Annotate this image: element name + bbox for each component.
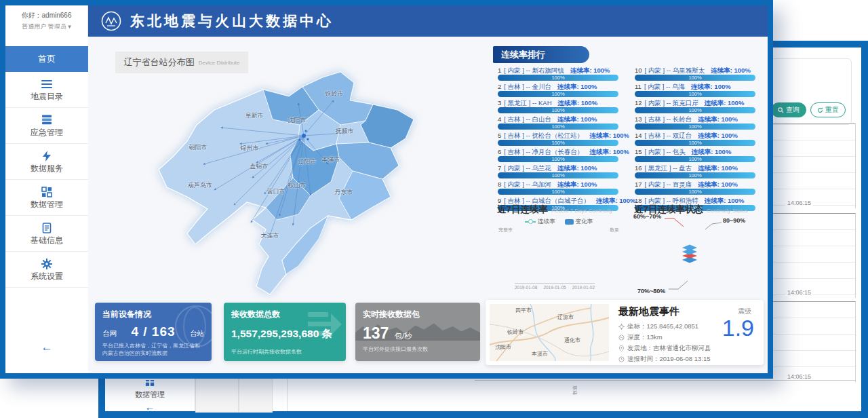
grid-icon bbox=[145, 380, 155, 387]
sidebar-item-data-management[interactable]: 数据管理 bbox=[105, 390, 195, 400]
ranking-item[interactable]: 12[ 内蒙 ] -- 策克口岸连续率: 100% 100% bbox=[635, 99, 755, 113]
dashboard-content: 辽宁省台站分布图 Device Distribute bbox=[88, 37, 768, 373]
timestamp-label: 14:06:15 bbox=[785, 288, 813, 297]
ranking-progress-bar: 100% bbox=[635, 140, 755, 146]
ranking-item[interactable]: 13[ 吉林 ] -- 长岭台连续率: 100% 100% bbox=[635, 115, 755, 130]
realtime-packets-card: 实时接收数据包 137 包/秒 平台对外提供接口服务次数 bbox=[355, 303, 480, 361]
ranking-column-2: 10[ 内蒙 ] -- 乌里雅斯太连续率: 100% 100% 11[ 内蒙 ]… bbox=[635, 66, 755, 213]
thumb-city-label: 四平市 bbox=[515, 307, 532, 314]
ranking-progress-bar: 100% bbox=[635, 75, 755, 81]
query-button-label: 查询 bbox=[786, 103, 800, 117]
bar-chart-plot bbox=[515, 233, 595, 284]
sidebar-item-catalog[interactable]: 地震目录 bbox=[5, 72, 88, 108]
network-label: 台网 bbox=[102, 329, 117, 339]
ranking-rank: 14 bbox=[635, 132, 642, 139]
ranking-rate: 连续率: 100% bbox=[698, 115, 738, 123]
ranking-item[interactable]: 6[ 吉林 ] -- 净月台（长春台）连续率: 100% 100% bbox=[498, 148, 618, 162]
main-window: 你好：admin666 普通用户 管理员 ▾ 东北地震与火山大数据中心 首页 地… bbox=[0, 0, 773, 379]
ranking-rate: 连续率: 100% bbox=[557, 180, 597, 188]
x-axis-ticks: 2019-01-08 2019-01-05 2019-01-02 bbox=[515, 285, 595, 290]
ranking-rate: 连续率: 100% bbox=[558, 99, 598, 107]
ranking-rank: 15 bbox=[635, 148, 642, 155]
logo-seal-icon bbox=[100, 10, 122, 32]
ranking-rate: 连续率: 100% bbox=[570, 66, 610, 74]
ranking-item[interactable]: 3[ 黑龙江 ] -- KAH连续率: 100% 100% bbox=[498, 99, 618, 113]
leader-line bbox=[669, 278, 692, 290]
ranking-rank: 17 bbox=[635, 180, 642, 188]
ranking-item[interactable]: 7[ 内蒙 ] -- 乌兰花连续率: 100% 100% bbox=[498, 164, 618, 178]
left-axis-title: 完整率 bbox=[498, 227, 513, 233]
ranking-item[interactable]: 5[ 吉林 ] -- 抚松台（松江站）连续率: 100% 100% bbox=[498, 132, 618, 146]
ranking-rate: 连续率: 100% bbox=[705, 99, 745, 107]
latest-event-card: 四平市 辽源市 铁岭市 沈阳市 通化市 本溪市 最新地震事件 坐标：125.84… bbox=[486, 300, 764, 365]
ranking-station: [ 黑龙江 ] -- 盘古 bbox=[645, 164, 692, 172]
collapse-arrow-icon[interactable]: ← bbox=[105, 401, 195, 413]
sidebar-item-basic-info[interactable]: 基础信息 bbox=[5, 216, 88, 252]
sidebar-item-data-service[interactable]: 数据服务 bbox=[5, 144, 88, 180]
app-header: 你好：admin666 普通用户 管理员 ▾ 东北地震与火山大数据中心 bbox=[5, 5, 768, 37]
city-label: 锦州市 bbox=[241, 144, 259, 153]
leader-line bbox=[665, 216, 688, 229]
province-map[interactable]: 铁岭市 阜新市 沈阳市 抚顺市 朝阳市 锦州市 辽阳市 本溪市 盘锦市 葫芦岛市… bbox=[95, 62, 488, 304]
ranking-item[interactable]: 1[ 内蒙 ] -- 新右旗阿镇连续率: 100% 100% bbox=[498, 66, 618, 81]
brand: 东北地震与火山大数据中心 bbox=[88, 5, 334, 37]
city-label: 阜新市 bbox=[245, 111, 264, 120]
divider bbox=[475, 380, 856, 381]
chevron-down-icon: ▾ bbox=[68, 23, 71, 30]
table-column bbox=[195, 377, 239, 413]
ranking-station: [ 内蒙 ] -- 新右旗阿镇 bbox=[504, 66, 564, 74]
ranking-progress-bar: 100% bbox=[498, 91, 618, 97]
ranking-item[interactable]: 14[ 吉林 ] -- 双辽台连续率: 100% 100% bbox=[635, 132, 755, 146]
leader-line bbox=[704, 221, 723, 231]
ranking-item[interactable]: 16[ 黑龙江 ] -- 盘古连续率: 100% 100% bbox=[635, 164, 755, 178]
legend-bar-series[interactable]: 变化率 bbox=[565, 218, 593, 226]
city-label: 营口市 bbox=[267, 187, 285, 196]
user-role-dropdown[interactable]: 普通用户 管理员 ▾ bbox=[5, 22, 87, 31]
thumb-city-label: 辽源市 bbox=[557, 314, 574, 321]
ranking-rank: 12 bbox=[635, 99, 642, 107]
page-title: 东北地震与火山大数据中心 bbox=[130, 12, 334, 31]
ranking-item[interactable]: 15[ 内蒙 ] -- 包头连续率: 100% 100% bbox=[635, 148, 755, 162]
gear-icon bbox=[41, 259, 52, 269]
ranking-item[interactable]: 8[ 内蒙 ] -- 乌加河连续率: 100% 100% bbox=[498, 180, 618, 195]
ranking-column-1: 1[ 内蒙 ] -- 新右旗阿镇连续率: 100% 100% 2[ 吉林 ] -… bbox=[498, 66, 618, 213]
thumb-city-label: 铁岭市 bbox=[507, 328, 524, 336]
ranking-progress-bar: 100% bbox=[498, 156, 618, 162]
sidebar-item-home[interactable]: 首页 bbox=[5, 46, 88, 72]
reset-button[interactable]: 重置 bbox=[810, 102, 846, 117]
axis-label: 数值 bbox=[572, 385, 578, 395]
ranking-title-banner: 连续率排行 bbox=[493, 46, 589, 63]
ranking-rank: 11 bbox=[635, 83, 642, 90]
ranking-item[interactable]: 2[ 吉林 ] -- 金川台连续率: 100% 100% bbox=[498, 83, 618, 97]
collapse-arrow-icon[interactable]: ← bbox=[5, 341, 88, 354]
ranking-rank: 16 bbox=[635, 164, 642, 172]
device-status-card: 当前设备情况 台网 4 / 163 台站 平台已接入吉林省，辽宁省，黑龙江省和内… bbox=[95, 303, 212, 361]
ranking-item[interactable]: 10[ 内蒙 ] -- 乌里雅斯太连续率: 100% 100% bbox=[635, 66, 755, 81]
sidebar-item-emergency[interactable]: 应急管理 bbox=[5, 108, 88, 144]
city-label: 铁岭市 bbox=[326, 90, 344, 98]
station-label: 台站 bbox=[190, 329, 204, 339]
event-mini-map: 四平市 辽源市 铁岭市 沈阳市 通化市 本溪市 bbox=[490, 304, 609, 361]
ranking-rate: 连续率: 100% bbox=[589, 148, 629, 155]
city-label: 大连市 bbox=[261, 231, 279, 240]
ranking-item[interactable]: 4[ 吉林 ] -- 白山台连续率: 100% 100% bbox=[498, 115, 618, 130]
ranking-rate: 连续率: 100% bbox=[692, 148, 732, 155]
magnitude-value: 1.9 bbox=[722, 315, 754, 341]
sidebar-item-data-management[interactable]: 数据管理 bbox=[5, 180, 88, 216]
legend-line-series[interactable]: 连续率 bbox=[525, 218, 555, 226]
ranking-item[interactable]: 11[ 内蒙 ] -- 乌海连续率: 100% 100% bbox=[635, 83, 755, 97]
ranking-station: [ 内蒙 ] -- 乌里雅斯太 bbox=[645, 66, 705, 74]
axis-titles: 完整率 数量 bbox=[497, 227, 620, 233]
ranking-item[interactable]: 17[ 内蒙 ] -- 百灵庙连续率: 100% 100% bbox=[635, 180, 755, 195]
ranking-station: [ 内蒙 ] -- 乌兰花 bbox=[504, 164, 551, 172]
query-button[interactable]: 查询 bbox=[771, 102, 806, 117]
ranking-rate: 连续率: 100% bbox=[557, 115, 597, 123]
city-label: 本溪市 bbox=[322, 155, 340, 164]
ranking-rank: 7 bbox=[498, 164, 501, 172]
city-label: 沈阳市 bbox=[288, 116, 307, 125]
sidebar-item-settings[interactable]: 系统设置 bbox=[5, 252, 88, 288]
bolt-icon bbox=[42, 151, 52, 162]
ranking-rank: 6 bbox=[498, 148, 501, 155]
ranking-station: [ 黑龙江 ] -- KAH bbox=[504, 99, 551, 107]
ranking-progress-bar: 100% bbox=[498, 124, 618, 130]
